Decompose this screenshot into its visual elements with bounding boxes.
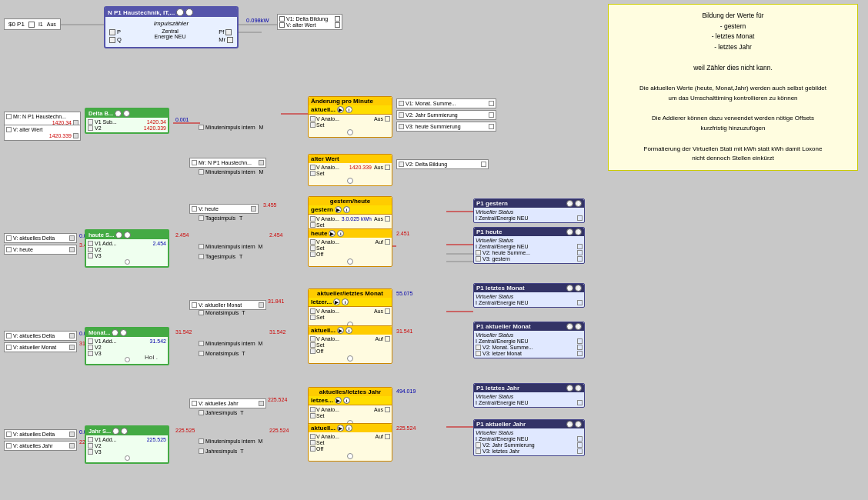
ms-v1-val: 31.542 — [150, 338, 166, 344]
info-line-8: Die Addierer können dazu verwendet werde… — [615, 114, 851, 124]
monat-s-info[interactable]: i — [120, 329, 127, 336]
aw-circle — [310, 178, 390, 184]
am-play[interactable]: ▶ — [337, 327, 344, 334]
hs-v1-val: 2.454 — [152, 241, 166, 246]
p1h-body: Virtueller Status I Zentral/Energie NEU … — [474, 236, 584, 263]
delta-b-play[interactable]: ▶ — [115, 110, 122, 117]
p1aj-body: Virtueller Status I Zentral/Energie NEU … — [474, 428, 584, 455]
p1am-info[interactable]: i — [575, 323, 582, 330]
min-imp5-m: M — [259, 438, 263, 444]
ms-v3-port — [88, 351, 93, 356]
heute-body: V Analo... Auf Set Off — [309, 238, 392, 266]
p1lj-subtitle: Virtueller Status — [476, 394, 583, 399]
gh-info[interactable]: i — [343, 206, 350, 213]
am-circle — [310, 355, 390, 362]
info-line-3: - letztes Monat — [615, 32, 851, 42]
ms-v3-label: V3 — [95, 351, 102, 356]
s0p1-aus-label: Aus — [47, 22, 56, 27]
p1h-info[interactable]: i — [575, 228, 582, 235]
hs-v3-port — [88, 253, 93, 258]
info-line-6: Die aktuellen Werte (heute, Monat,Jahr) … — [615, 84, 851, 94]
min-imp-label: Minutenimpuls intern — [205, 125, 255, 130]
alm-info[interactable]: i — [342, 298, 349, 305]
p1-letztes-jahr-block: P1 letztes Jahr ▶ i Virtueller Status I … — [473, 383, 585, 408]
p1g-header: P1 gestern ▶ i — [474, 199, 584, 208]
heute-play[interactable]: ▶ — [329, 230, 336, 237]
tagesimpuls-port — [199, 215, 204, 221]
hs-v1-port — [88, 241, 93, 246]
monat-s-play[interactable]: ▶ — [112, 329, 119, 336]
p1lj-header: P1 letztes Jahr ▶ i — [474, 384, 584, 392]
delta-b-header: Delta B... ▶ i — [86, 109, 168, 118]
p1g-info[interactable]: i — [575, 200, 582, 207]
aw-v-port — [310, 165, 315, 170]
p1lm-play[interactable]: ▶ — [566, 285, 573, 292]
alj-info[interactable]: i — [343, 397, 350, 404]
p1lj-play[interactable]: ▶ — [566, 385, 573, 392]
min-imp4-port — [199, 341, 204, 346]
min-imp3-m: M — [259, 244, 263, 249]
h-v-port — [310, 239, 315, 245]
p1am-v2-out-port — [577, 345, 583, 350]
val-0001-delta: 0.001 — [175, 117, 189, 122]
moni-label: Monatsimpuls — [205, 310, 239, 315]
aenderung-play[interactable]: ▶ — [337, 106, 344, 113]
impulszaehler-info-btn[interactable]: i — [185, 8, 193, 16]
p1aj-play[interactable]: ▶ — [566, 421, 573, 428]
haute-s-info[interactable]: i — [124, 232, 131, 238]
s0p1-label: $0 P1 — [8, 21, 25, 28]
aj-aus-port — [385, 434, 390, 439]
min-imp-port — [199, 125, 204, 130]
pf-label: Pf — [219, 28, 224, 35]
delta-b-info[interactable]: i — [123, 110, 130, 117]
p1aj-info[interactable]: i — [575, 421, 582, 428]
jahr-s-info[interactable]: i — [121, 428, 128, 435]
p1h-play[interactable]: ▶ — [566, 228, 573, 235]
aenderung-info[interactable]: i — [346, 106, 352, 113]
alm-play[interactable]: ▶ — [333, 298, 340, 305]
p1aj-i-label: I — [476, 436, 477, 442]
aend-aus-port — [385, 116, 390, 122]
p1am-i-val: Zentral/Energie NEU — [479, 338, 529, 344]
alj-v-port — [310, 407, 315, 412]
haute-s-play[interactable]: ▶ — [115, 232, 122, 238]
p1am-play[interactable]: ▶ — [566, 323, 573, 330]
v-heute-input: V: heute — [189, 204, 259, 214]
v1-delta-label: V1: Delta Bildung — [286, 16, 328, 22]
impulszaehler-play-btn[interactable]: ▶ — [176, 8, 184, 16]
p1lj-title: P1 letztes Jahr — [476, 385, 519, 392]
ms-v1-label: V1 Add... — [95, 338, 116, 344]
p1aj-v2-in-port — [476, 442, 481, 448]
heute-info[interactable]: i — [337, 230, 344, 237]
delta-v2-val: 1420.339 — [144, 125, 166, 131]
am-info[interactable]: i — [346, 327, 352, 334]
monatsimpuls2-input: Monatsimpuls T — [199, 351, 245, 356]
aj-header: aktuell... ▶ i — [309, 424, 392, 432]
p1g-play[interactable]: ▶ — [566, 200, 573, 207]
aj-info[interactable]: i — [346, 425, 352, 432]
aj-play[interactable]: ▶ — [337, 425, 344, 432]
jahr-s-play[interactable]: ▶ — [112, 428, 119, 435]
js-v2-port — [88, 443, 93, 448]
alj-header1: aktuelles/letztes Jahr — [309, 388, 392, 396]
alj-play[interactable]: ▶ — [335, 397, 342, 404]
v2-js-in-port — [399, 112, 404, 118]
p1lm-info[interactable]: i — [575, 285, 582, 292]
p1lj-info[interactable]: i — [575, 385, 582, 392]
val-55075: 55.075 — [396, 291, 412, 296]
val-31541: 31.541 — [396, 328, 412, 334]
gh-play[interactable]: ▶ — [335, 206, 342, 213]
js-circle — [88, 455, 166, 461]
p1g-out-port — [577, 215, 583, 221]
h-set-label: Set — [316, 245, 325, 251]
delta-v1-label: V1 Sub... — [95, 119, 117, 125]
p1am-out-port — [577, 338, 583, 344]
aktuell-jahr-block: aktuell... ▶ i V Analo... Auf Set Off — [308, 423, 392, 462]
p1am-v3-out-port — [577, 351, 583, 356]
impulszaehler-center: Zentral Energie NEU — [155, 28, 186, 43]
alj-header2: letzes... ▶ i — [309, 396, 392, 405]
v2-js-out-port — [489, 112, 494, 118]
vadj-label: V: aktuelles Delta — [13, 432, 55, 437]
vaj-label: V: aktuelles Jahr — [199, 401, 239, 406]
vad-label: V: aktuelles Delta — [13, 235, 55, 241]
